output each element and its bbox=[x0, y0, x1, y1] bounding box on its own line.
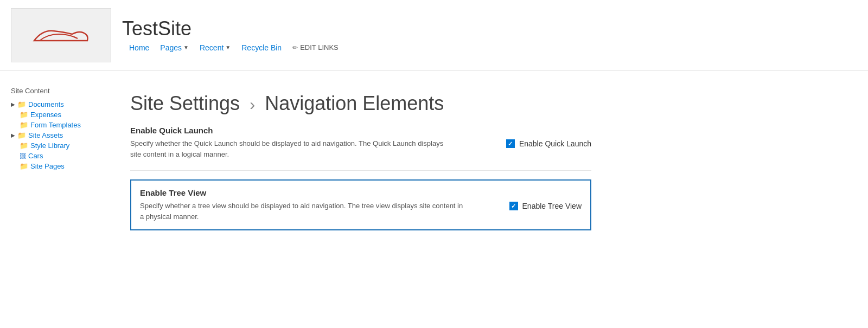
page-title: Site Settings › Navigation Elements bbox=[130, 92, 846, 115]
quick-launch-checkbox-label: Enable Quick Launch bbox=[519, 139, 591, 148]
quick-launch-checkbox[interactable] bbox=[506, 139, 515, 148]
quick-launch-row: Specify whether the Quick Launch should … bbox=[130, 138, 591, 159]
quick-launch-title: Enable Quick Launch bbox=[130, 126, 591, 135]
header-inner: TestSite Home Pages ▼ Recent ▼ Recycle B… bbox=[122, 17, 343, 53]
edit-links-button[interactable]: ✏ EDIT LINKS bbox=[288, 42, 343, 53]
sidebar-item-site-assets[interactable]: ▶ 📁 Site Assets bbox=[11, 130, 98, 140]
tree-view-title: Enable Tree View bbox=[140, 188, 582, 197]
site-assets-folder-icon: 📁 bbox=[17, 131, 26, 139]
nav-pages[interactable]: Pages ▼ bbox=[156, 42, 193, 53]
header-top: TestSite bbox=[122, 17, 343, 40]
nav-home[interactable]: Home bbox=[125, 42, 154, 53]
site-logo bbox=[23, 19, 99, 52]
site-pages-folder-icon: 📁 bbox=[20, 162, 28, 170]
form-templates-folder-icon: 📁 bbox=[20, 121, 28, 129]
sidebar: Site Content ▶ 📁 Documents 📁 Expenses 📁 … bbox=[0, 81, 108, 252]
tree-view-checkbox-label: Enable Tree View bbox=[522, 202, 582, 210]
tree-view-checkbox[interactable] bbox=[509, 202, 518, 210]
documents-toggle-icon: ▶ bbox=[11, 101, 15, 107]
sidebar-item-form-templates[interactable]: 📁 Form Templates bbox=[11, 120, 98, 130]
pencil-icon: ✏ bbox=[292, 44, 298, 52]
main-layout: Site Content ▶ 📁 Documents 📁 Expenses 📁 … bbox=[0, 70, 868, 252]
sidebar-item-expenses[interactable]: 📁 Expenses bbox=[11, 110, 98, 120]
quick-launch-section: Enable Quick Launch Specify whether the … bbox=[130, 126, 591, 159]
sidebar-item-documents[interactable]: ▶ 📁 Documents bbox=[11, 99, 98, 110]
quick-launch-control: Enable Quick Launch bbox=[506, 138, 591, 148]
tree-view-row: Specify whether a tree view should be di… bbox=[140, 201, 582, 222]
tree-view-control: Enable Tree View bbox=[509, 201, 582, 210]
tree-view-description: Specify whether a tree view should be di… bbox=[140, 201, 465, 222]
breadcrumb-separator: › bbox=[250, 95, 255, 113]
breadcrumb-part2: Navigation Elements bbox=[265, 92, 444, 114]
documents-folder-icon: 📁 bbox=[17, 100, 26, 108]
expenses-folder-icon: 📁 bbox=[20, 111, 28, 119]
sidebar-title: Site Content bbox=[11, 87, 98, 95]
nav-recycle-bin[interactable]: Recycle Bin bbox=[237, 42, 286, 53]
main-content: Site Settings › Navigation Elements Enab… bbox=[108, 81, 868, 252]
pages-arrow-icon: ▼ bbox=[183, 44, 189, 50]
nav-bar: Home Pages ▼ Recent ▼ Recycle Bin ✏ EDIT… bbox=[122, 42, 343, 53]
logo-area bbox=[11, 8, 111, 62]
quick-launch-description: Specify whether the Quick Launch should … bbox=[130, 138, 456, 159]
sidebar-item-cars[interactable]: 🖼 Cars bbox=[11, 151, 98, 161]
section-divider bbox=[130, 170, 591, 171]
sidebar-item-site-pages[interactable]: 📁 Site Pages bbox=[11, 161, 98, 171]
nav-recent[interactable]: Recent ▼ bbox=[195, 42, 235, 53]
recent-arrow-icon: ▼ bbox=[225, 44, 231, 50]
style-library-folder-icon: 📁 bbox=[20, 142, 28, 150]
site-assets-toggle-icon: ▶ bbox=[11, 132, 15, 138]
tree-view-section: Enable Tree View Specify whether a tree … bbox=[130, 179, 591, 230]
cars-image-icon: 🖼 bbox=[20, 152, 26, 160]
sidebar-item-style-library[interactable]: 📁 Style Library bbox=[11, 140, 98, 151]
breadcrumb-part1: Site Settings bbox=[130, 92, 240, 114]
site-title: TestSite bbox=[122, 17, 192, 40]
header: TestSite Home Pages ▼ Recent ▼ Recycle B… bbox=[0, 0, 868, 70]
